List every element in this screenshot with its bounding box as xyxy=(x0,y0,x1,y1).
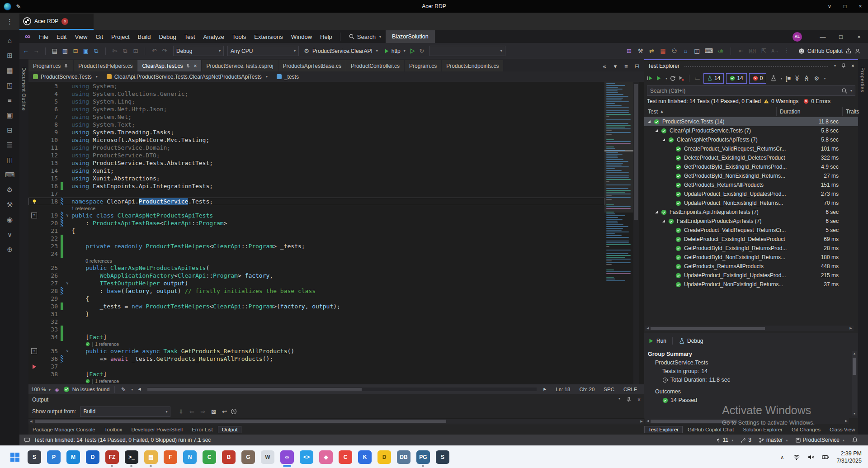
hscroll-right-arrow[interactable]: ▶ xyxy=(541,386,548,393)
branch-button[interactable]: master▴ xyxy=(759,437,788,443)
codelens-row[interactable]: |1 reference xyxy=(28,378,604,384)
run-options-icon[interactable]: ≔ xyxy=(694,75,701,82)
hamburger-icon[interactable]: ☰ xyxy=(6,141,14,148)
empty-toolbar-combobox[interactable]: ▾ xyxy=(429,46,505,56)
hot-reload-icon[interactable]: ↻ xyxy=(418,47,425,55)
postgresql-icon[interactable]: PG xyxy=(416,450,430,464)
live-share-icon[interactable]: ◈ xyxy=(53,386,61,393)
window-position-icon[interactable]: ▾ xyxy=(618,397,620,403)
code-line-34[interactable]: 34 [Fact] xyxy=(28,333,604,341)
panel-tab-class-view[interactable]: Class View xyxy=(826,426,859,433)
menu-item-tools[interactable]: Tools xyxy=(228,30,250,43)
expander-icon[interactable] xyxy=(655,211,658,213)
test-tree-column-headers[interactable]: Test▲ Duration Traits xyxy=(644,106,858,117)
person-icon[interactable] xyxy=(854,48,861,54)
filezilla-icon[interactable]: FZ xyxy=(105,450,119,464)
code-line-29[interactable]: 29 { xyxy=(28,295,604,303)
share-icon[interactable] xyxy=(845,48,852,54)
test-row[interactable]: CreateProduct_ValidRequest_ReturnsCr...1… xyxy=(644,144,858,153)
pin-icon[interactable] xyxy=(626,397,632,403)
code-line-3[interactable]: 3using System; xyxy=(28,82,604,90)
test-row[interactable]: GetProductById_NonExistingId_Returns...1… xyxy=(644,253,858,262)
run-icon[interactable] xyxy=(656,75,662,81)
windows-icon[interactable]: ◫ xyxy=(6,156,14,163)
pending-edits-button[interactable]: 3 xyxy=(741,437,751,443)
menu-item-debug[interactable]: Debug xyxy=(155,30,180,43)
battery-icon[interactable] xyxy=(822,454,829,461)
code-line-10[interactable]: 10using Microsoft.AspNetCore.Mvc.Testing… xyxy=(28,136,604,144)
red-marker-icon[interactable] xyxy=(33,364,36,369)
output-source-dropdown[interactable]: Build▾ xyxy=(80,407,170,417)
editor-tab-clearasp-test-cs[interactable]: ClearAsp.Test.cs× xyxy=(137,60,201,71)
test-group-row[interactable]: FastEnpoints.Api.IntegrationTests (7)6 s… xyxy=(644,208,858,217)
codelens-row[interactable]: 0 references xyxy=(28,258,604,264)
pin-icon[interactable] xyxy=(185,63,191,69)
filter-failed-badge[interactable]: 0 xyxy=(749,73,767,84)
start-debug-button[interactable]: http ▾ xyxy=(383,48,406,54)
code-line-21[interactable]: 21{ xyxy=(28,227,604,235)
menu-item-build[interactable]: Build xyxy=(134,30,155,43)
close-tab-icon[interactable]: × xyxy=(193,63,197,69)
expander-icon[interactable] xyxy=(655,129,658,132)
configuration-dropdown[interactable]: Debug▾ xyxy=(173,46,224,56)
panel-tab-solution-explorer[interactable]: Solution Explorer xyxy=(739,426,787,433)
code-line-37[interactable]: 37 xyxy=(28,363,604,370)
sync-icon[interactable]: ⇄ xyxy=(648,47,656,55)
test-search-input[interactable]: Search (Ctrl+I) ▾ xyxy=(647,85,855,96)
ssms-icon[interactable]: S xyxy=(436,450,449,464)
notepad-icon[interactable]: N xyxy=(183,450,197,464)
panel-tab-output[interactable]: Output xyxy=(218,426,242,433)
detail-vertical-scrollbar[interactable]: ▲▼ xyxy=(852,351,857,416)
test-group-row[interactable]: ClearAspNetProductsApiTests (7)5.8 sec xyxy=(644,135,858,144)
expand-all-icon[interactable]: ≫ xyxy=(794,75,801,82)
menu-item-view[interactable]: View xyxy=(71,30,91,43)
errors-count[interactable]: 0 Errors xyxy=(811,98,830,104)
minimize-button[interactable]: ∨ xyxy=(822,3,837,9)
group-by-icon[interactable]: [≡ xyxy=(784,75,792,82)
health-indicator-icon[interactable] xyxy=(63,386,70,392)
window-position-icon[interactable]: ▾ xyxy=(834,64,836,68)
menu-item-test[interactable]: Test xyxy=(180,30,199,43)
run-button[interactable]: Run xyxy=(648,338,666,344)
fullscreen-icon[interactable]: ◳ xyxy=(6,81,14,89)
solution-button[interactable]: BlazorSolution xyxy=(386,30,435,43)
layout-icon[interactable]: ◫ xyxy=(693,47,701,55)
code-line-12[interactable]: 12using ProductService.DTO; xyxy=(28,151,604,159)
run-without-debug-icon[interactable] xyxy=(409,48,415,54)
code-line-6[interactable]: 6using System.Net.Http.Json; xyxy=(28,105,604,113)
test-row[interactable]: CreateProduct_ValidRequest_ReturnsCr...5… xyxy=(644,226,858,235)
feedback-icon[interactable] xyxy=(24,437,30,443)
menu-item-extensions[interactable]: Extensions xyxy=(250,30,287,43)
test-group-row[interactable]: FastEndpointsProductsApiTests (7)6 sec xyxy=(644,217,858,226)
sessions-list-icon[interactable]: ≡ xyxy=(6,96,14,104)
cyberduck-icon[interactable]: D xyxy=(377,450,391,464)
breadcrumb-member[interactable]: _tests xyxy=(272,71,303,82)
code-line-22[interactable]: 22 xyxy=(28,235,604,242)
wrench-icon[interactable]: ⚒ xyxy=(637,47,644,55)
pin-icon[interactable] xyxy=(840,63,847,69)
dbeaver-icon[interactable]: DB xyxy=(397,450,410,464)
panel-tab-developer-powershell[interactable]: Developer PowerShell xyxy=(127,426,187,433)
codelens-row[interactable]: |1 reference xyxy=(28,341,604,347)
notifications-bell-icon[interactable] xyxy=(852,437,858,443)
spell-check-icon[interactable]: ab xyxy=(717,47,724,55)
code-line-32[interactable]: 32 xyxy=(28,318,604,326)
editor-tab-program-cs[interactable]: Program.cs xyxy=(405,60,441,71)
menu-item-edit[interactable]: Edit xyxy=(52,30,71,43)
repeat-last-run-icon[interactable] xyxy=(670,75,676,81)
panel-tab-github-copilot-chat[interactable]: GitHub Copilot Chat xyxy=(684,426,738,433)
debug-button[interactable]: Debug xyxy=(679,338,703,344)
copy-icon[interactable]: ⧉ xyxy=(122,47,129,55)
zoom-dropdown[interactable]: 100 % ▾ xyxy=(31,387,51,392)
test-tree-horizontal-scrollbar[interactable]: ◀▶ xyxy=(645,326,854,331)
toolbox-icon[interactable]: ▦ xyxy=(660,47,667,55)
previous-message-icon[interactable]: ⇐ xyxy=(188,408,195,415)
new-project-icon[interactable]: ▤ xyxy=(51,47,58,55)
word-wrap-icon[interactable]: ↩ xyxy=(221,408,228,415)
home-window-icon[interactable]: ⌂ xyxy=(682,47,689,55)
bug-tool-icon[interactable]: B xyxy=(222,450,236,464)
scroll-to-message-icon[interactable]: ⇓ xyxy=(177,408,184,415)
design-app-icon[interactable]: ◆ xyxy=(319,450,333,464)
warnings-count[interactable]: 0 Warnings xyxy=(771,98,798,104)
menu-item-file[interactable]: File xyxy=(35,30,52,43)
